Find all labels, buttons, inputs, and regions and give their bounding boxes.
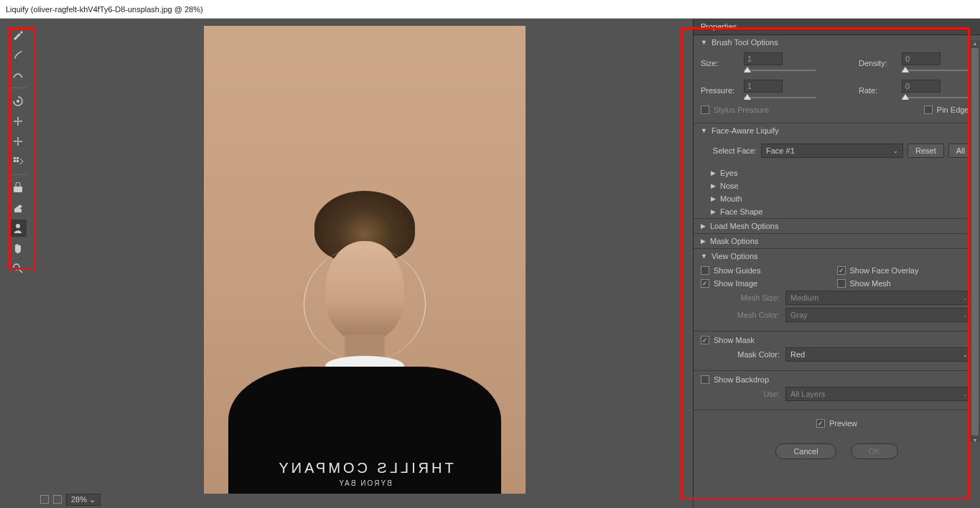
status-bar: 28% ⌄ (36, 491, 105, 508)
image-shirt-text: THRILLS COMPANY (204, 460, 526, 476)
show-mask-checkbox[interactable] (701, 336, 709, 344)
load-mesh-header[interactable]: ▶Load Mesh Options (694, 219, 980, 233)
document-image: THRILLS COMPANY BYRON BAY (204, 26, 526, 494)
density-input[interactable] (902, 52, 941, 65)
reset-button[interactable]: Reset (907, 144, 944, 158)
pressure-slider[interactable] (744, 94, 816, 101)
size-label: Size: (701, 59, 744, 67)
hand-tool[interactable] (9, 240, 27, 257)
svg-point-9 (16, 224, 20, 228)
window-title: Liquify (oliver-ragfelt-khV4fTy6-D8-unsp… (6, 5, 203, 14)
show-face-overlay-checkbox[interactable] (837, 266, 846, 275)
reconstruct-tool[interactable] (9, 46, 27, 63)
stylus-pressure-checkbox (701, 105, 709, 114)
svg-rect-6 (17, 160, 19, 162)
pressure-input[interactable] (744, 80, 783, 93)
show-mesh-checkbox[interactable] (837, 279, 846, 288)
rate-input[interactable] (902, 80, 941, 93)
pin-edges-checkbox[interactable] (924, 105, 933, 114)
show-backdrop-checkbox[interactable] (701, 375, 709, 384)
select-face-dropdown[interactable]: Face #1⌄ (761, 144, 903, 158)
svg-point-0 (17, 100, 19, 103)
rate-slider[interactable] (902, 94, 974, 101)
mesh-size-select: Medium⌄ (785, 291, 973, 305)
svg-point-10 (14, 264, 19, 270)
svg-point-1 (17, 121, 19, 123)
face-shape-section[interactable]: ▶Face Shape (694, 205, 980, 218)
show-image-checkbox[interactable] (701, 279, 709, 288)
stylus-pressure-label: Stylus Pressure (714, 105, 769, 114)
svg-point-2 (17, 141, 19, 143)
zoom-tool[interactable] (9, 260, 27, 277)
use-layers-select: All Layers⌄ (785, 387, 973, 401)
svg-rect-7 (14, 187, 22, 192)
select-face-label: Select Face: (701, 146, 757, 155)
view-mode-1[interactable] (40, 495, 49, 504)
svg-rect-3 (14, 157, 16, 159)
all-button[interactable]: All (948, 144, 973, 158)
rate-label: Rate: (859, 86, 902, 95)
twirl-tool[interactable] (9, 93, 27, 110)
properties-panel: Properties ▼Brush Tool Options Size: Den… (693, 19, 980, 508)
brush-options-header[interactable]: ▼Brush Tool Options (694, 35, 980, 50)
show-guides-checkbox[interactable] (701, 266, 709, 275)
eyes-section[interactable]: ▶Eyes (694, 166, 980, 179)
canvas-area[interactable]: THRILLS COMPANY BYRON BAY 28% ⌄ (36, 19, 693, 508)
freeze-mask-tool[interactable] (9, 179, 27, 197)
mouth-section[interactable]: ▶Mouth (694, 192, 980, 205)
density-slider[interactable] (902, 67, 974, 74)
pucker-tool[interactable] (9, 113, 27, 130)
smooth-tool[interactable] (9, 66, 27, 83)
panel-scrollbar[interactable]: ▴▾ (970, 40, 980, 442)
face-aware-header[interactable]: ▼Face-Aware Liquify (694, 123, 980, 138)
mask-options-header[interactable]: ▶Mask Options (694, 234, 980, 248)
forward-warp-tool[interactable] (9, 26, 27, 43)
pressure-label: Pressure: (701, 86, 744, 95)
image-shirt-subtext: BYRON BAY (204, 479, 526, 487)
svg-rect-4 (17, 157, 19, 159)
bloat-tool[interactable] (9, 133, 27, 150)
nose-section[interactable]: ▶Nose (694, 179, 980, 192)
thaw-mask-tool[interactable] (9, 199, 27, 217)
size-slider[interactable] (744, 67, 816, 74)
preview-checkbox[interactable] (816, 419, 825, 428)
pin-edges-label: Pin Edges (937, 105, 973, 114)
face-tool[interactable] (9, 220, 27, 237)
ok-button[interactable]: OK (851, 443, 898, 459)
zoom-level-select[interactable]: 28% ⌄ (66, 494, 101, 506)
cancel-button[interactable]: Cancel (775, 443, 836, 459)
mesh-color-select: Gray⌄ (785, 308, 973, 322)
window-titlebar: Liquify (oliver-ragfelt-khV4fTy6-D8-unsp… (0, 0, 980, 19)
panel-title: Properties (694, 19, 980, 35)
push-left-tool[interactable] (9, 153, 27, 170)
mask-color-select[interactable]: Red⌄ (785, 347, 973, 362)
tool-column (0, 19, 36, 508)
size-input[interactable] (744, 52, 783, 65)
svg-rect-5 (14, 160, 16, 162)
view-mode-2[interactable] (53, 495, 62, 504)
view-options-header[interactable]: ▼View Options (694, 249, 980, 263)
density-label: Density: (859, 59, 902, 67)
